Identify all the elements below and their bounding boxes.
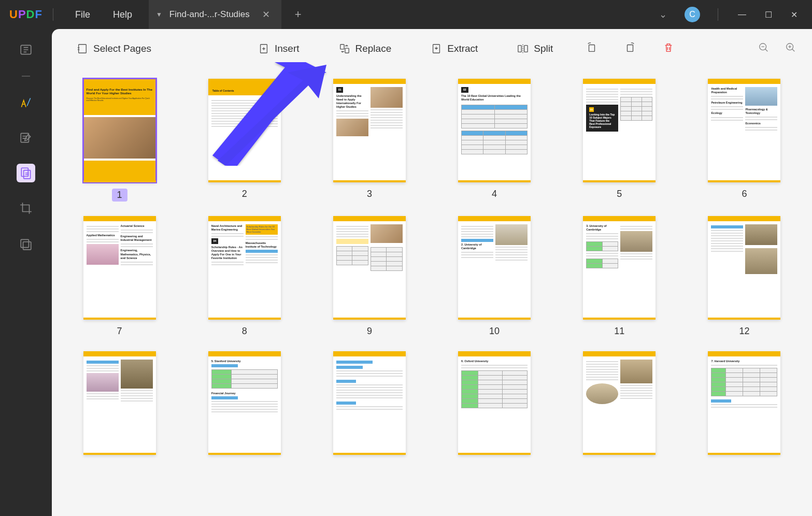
page-thumbnail-16[interactable]: 6. Oxford University xyxy=(458,351,531,455)
page-thumbnail-8[interactable]: Naval Architecture and Marine Engineerin… xyxy=(208,216,281,320)
reader-mode-icon[interactable] xyxy=(17,40,35,59)
menu-help[interactable]: Help xyxy=(102,9,144,20)
comment-icon[interactable] xyxy=(17,93,35,112)
divider xyxy=(22,76,30,77)
rotate-right-button[interactable] xyxy=(621,42,639,55)
page-thumbnail-3[interactable]: 01 Understanding the Need to Apply Inter… xyxy=(333,79,406,182)
svg-rect-14 xyxy=(628,45,633,52)
page-thumbnail-12[interactable] xyxy=(708,216,780,320)
svg-rect-4 xyxy=(21,239,29,247)
rotate-left-button[interactable] xyxy=(583,42,601,55)
page-thumbnail-2[interactable]: Table of Contents xyxy=(208,79,281,182)
page-number: 9 xyxy=(367,326,372,337)
user-avatar[interactable]: C xyxy=(685,7,700,22)
thumbnails-area[interactable]: Find and Apply For the Best Institutes I… xyxy=(52,68,812,516)
workspace: Select Pages Insert Replace Extract xyxy=(0,29,812,516)
split-button[interactable]: Split xyxy=(508,43,562,54)
page-number: 11 xyxy=(614,326,624,337)
window-maximize-button[interactable]: ☐ xyxy=(756,10,781,20)
page-thumbnail-10[interactable]: 2. University of Cambridge xyxy=(458,216,531,320)
toolbar: Select Pages Insert Replace Extract xyxy=(52,29,812,68)
page-number: 5 xyxy=(617,189,622,199)
page-thumbnail-1[interactable]: Find and Apply For the Best Institutes I… xyxy=(83,79,156,182)
titlebar: UPDF File Help ▼ Find-and-...r-Studies ✕… xyxy=(0,0,812,29)
svg-rect-8 xyxy=(340,45,344,49)
page-number: 12 xyxy=(739,326,749,337)
page-thumbnail-15[interactable] xyxy=(333,351,406,455)
tab-close-icon[interactable]: ✕ xyxy=(260,9,272,20)
window-minimize-button[interactable]: — xyxy=(729,10,756,19)
divider xyxy=(718,8,718,21)
extract-button[interactable]: Extract xyxy=(421,43,487,54)
tab-dropdown-icon[interactable]: ▼ xyxy=(156,11,162,18)
insert-button[interactable]: Insert xyxy=(249,43,309,54)
crop-icon[interactable] xyxy=(17,199,35,218)
page-thumbnail-9[interactable] xyxy=(333,216,406,320)
svg-rect-11 xyxy=(518,46,521,52)
window-close-button[interactable]: ✕ xyxy=(781,10,807,20)
page-thumbnail-18[interactable]: 7. Harvard University xyxy=(708,351,780,455)
page-thumbnail-17[interactable] xyxy=(583,351,656,455)
page-number: 10 xyxy=(489,326,500,337)
document-tab[interactable]: ▼ Find-and-...r-Studies ✕ xyxy=(149,0,281,29)
tab-title: Find-and-...r-Studies xyxy=(169,9,250,20)
organize-pages-icon[interactable] xyxy=(17,164,35,182)
delete-button[interactable] xyxy=(660,42,677,55)
page-number: 3 xyxy=(367,189,372,199)
edit-icon[interactable] xyxy=(17,128,35,147)
zoom-out-button[interactable] xyxy=(758,42,770,55)
sidebar xyxy=(0,29,52,516)
divider xyxy=(53,8,53,21)
svg-rect-5 xyxy=(23,242,31,250)
svg-rect-12 xyxy=(524,46,528,52)
page-number: 7 xyxy=(117,326,122,337)
svg-rect-13 xyxy=(589,45,595,52)
page-thumbnail-4[interactable]: 02 The 10 Best Global Universities Leadi… xyxy=(458,79,531,182)
page-thumbnail-14[interactable]: 5. Stanford University Financial Journey xyxy=(208,351,281,455)
page-number: 4 xyxy=(492,189,497,199)
page-thumbnail-13[interactable] xyxy=(83,351,156,455)
app-logo: UPDF xyxy=(9,8,42,21)
page-thumbnail-11[interactable]: 3. University of Cambridge xyxy=(583,216,656,320)
page-number: 6 xyxy=(742,189,747,199)
page-thumbnail-5[interactable]: 03 Looking Into the Top 10 Subject Major… xyxy=(583,79,656,182)
page-thumbnail-7[interactable]: Applied Mathematics Actuarial Science En… xyxy=(83,216,156,320)
menu-file[interactable]: File xyxy=(64,9,102,20)
select-pages-button[interactable]: Select Pages xyxy=(67,43,161,54)
content-panel: Select Pages Insert Replace Extract xyxy=(52,29,812,516)
zoom-in-button[interactable] xyxy=(785,42,796,55)
page-number: 8 xyxy=(242,326,247,337)
page-number: 1 xyxy=(112,189,127,202)
page-thumbnail-6[interactable]: Health and Medical Preparation Petroleum… xyxy=(708,79,780,182)
redact-icon[interactable] xyxy=(17,234,35,253)
svg-rect-9 xyxy=(345,48,348,53)
new-tab-button[interactable]: + xyxy=(291,8,306,21)
chevron-down-icon[interactable]: ⌄ xyxy=(649,9,677,20)
page-number: 2 xyxy=(242,189,247,199)
svg-rect-6 xyxy=(79,45,87,53)
replace-button[interactable]: Replace xyxy=(330,43,401,54)
